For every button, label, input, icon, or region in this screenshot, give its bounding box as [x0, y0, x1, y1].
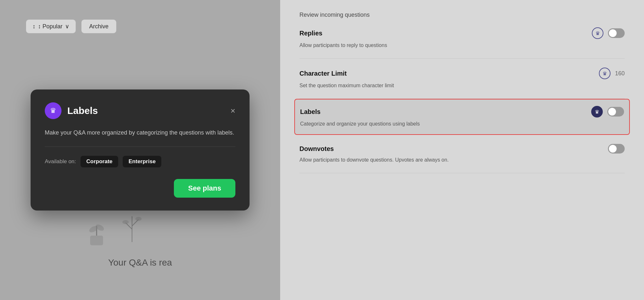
settings-section: Review incoming questions Replies ♛ Allo… [299, 0, 625, 173]
labels-modal: ♛ Labels × Make your Q&A more organized … [31, 89, 250, 211]
crown-badge: ♛ [599, 68, 611, 79]
setting-controls: ♛160 [599, 68, 625, 79]
modal-title-group: ♛ Labels [45, 102, 98, 119]
see-plans-label: See plans [188, 184, 221, 192]
modal-crown-icon-container: ♛ [45, 102, 62, 119]
see-plans-button[interactable]: See plans [174, 179, 235, 198]
settings-rows: Replies ♛ Allow participants to reply to… [299, 18, 625, 173]
setting-desc: Allow participants to downvote questions… [299, 156, 625, 164]
setting-row-top: Labels ♛ [300, 106, 624, 117]
setting-name: Downvotes [299, 145, 334, 153]
crown-icon: ♛ [50, 107, 56, 115]
setting-row-character-limit: Character Limit ♛160 Set the question ma… [299, 59, 625, 99]
setting-desc: Set the question maximum character limit [299, 82, 625, 89]
left-panel: ↕ ↕ Popular ∨ Archive Your Q&A i [0, 0, 280, 300]
modal-description: Make your Q&A more organized by categori… [45, 128, 235, 137]
available-label: Available on: [45, 158, 76, 165]
modal-footer: See plans [45, 179, 235, 198]
setting-name: Replies [299, 30, 322, 37]
toggle-switch[interactable] [608, 28, 625, 38]
corporate-badge: Corporate [80, 156, 118, 167]
crown-badge: ♛ [592, 27, 603, 39]
close-icon: × [231, 106, 235, 116]
setting-controls: ♛ [591, 106, 624, 117]
setting-row-replies: Replies ♛ Allow participants to reply to… [299, 18, 625, 59]
setting-desc: Allow participants to reply to questions [299, 42, 625, 49]
setting-desc: Categorize and organize your questions u… [300, 120, 624, 128]
modal-header: ♛ Labels × [45, 102, 235, 119]
modal-divider [45, 146, 235, 147]
modal-title: Labels [67, 105, 98, 116]
setting-controls [608, 144, 625, 154]
setting-row-top: Replies ♛ [299, 27, 625, 39]
modal-close-button[interactable]: × [231, 107, 235, 115]
right-panel: Review incoming questions Replies ♛ Allo… [280, 0, 644, 300]
char-limit-value: 160 [615, 70, 625, 77]
setting-row-top: Downvotes [299, 144, 625, 154]
setting-row-top: Character Limit ♛160 [299, 68, 625, 79]
modal-overlay: ♛ Labels × Make your Q&A more organized … [0, 0, 280, 300]
toggle-switch[interactable] [608, 144, 625, 154]
setting-controls: ♛ [592, 27, 625, 39]
setting-row-labels: Labels ♛ Categorize and organize your qu… [294, 99, 630, 135]
setting-row-downvotes: Downvotes Allow participants to downvote… [299, 135, 625, 173]
modal-available-section: Available on: Corporate Enterprise [45, 156, 235, 167]
setting-name: Labels [300, 108, 320, 116]
toggle-switch[interactable] [607, 107, 624, 117]
review-text: Review incoming questions [299, 6, 625, 18]
enterprise-badge: Enterprise [123, 156, 161, 167]
setting-name: Character Limit [299, 70, 347, 77]
crown-badge: ♛ [591, 106, 603, 117]
